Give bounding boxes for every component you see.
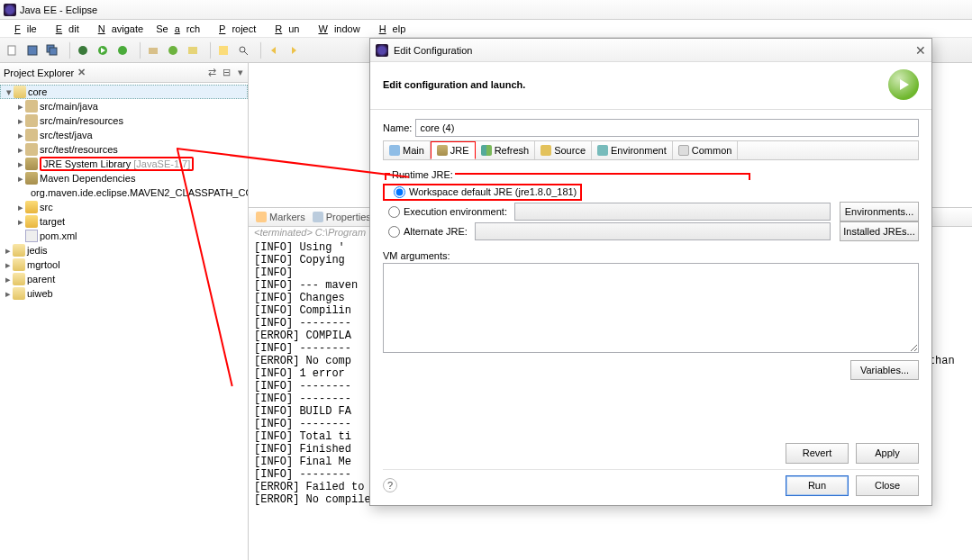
dialog-header: Edit configuration and launch. [370,62,931,110]
radio-exec-env[interactable] [388,206,400,218]
installed-jres-button[interactable]: Installed JREs... [840,221,919,241]
tab-main[interactable]: Main [384,141,431,159]
svg-point-9 [168,46,177,55]
tab-common[interactable]: Common [673,141,739,159]
close-button[interactable]: Close [856,475,919,496]
open-type-button[interactable] [214,41,232,59]
tree-project[interactable]: ▸mgrtool [0,257,248,272]
toolbar-sep3 [205,41,211,59]
save-button[interactable] [23,41,41,59]
menu-help[interactable]: Help [367,22,413,36]
run-button[interactable]: Run [786,475,849,496]
debug-button[interactable] [74,41,92,59]
variables-button[interactable]: Variables... [850,360,919,380]
tree-item[interactable]: ▸src/test/java [0,128,248,142]
close-icon[interactable]: ✕ [915,43,926,58]
svg-marker-16 [900,79,909,90]
nav-back-button[interactable] [265,41,283,59]
svg-rect-11 [219,46,228,55]
svg-marker-14 [271,47,276,54]
menu-edit[interactable]: Edit [43,22,86,36]
tree-item[interactable]: ▸src/main/java [0,99,248,113]
dialog-subtitle: Edit configuration and launch. [383,79,525,90]
edit-config-dialog: Edit Configuration ✕ Edit configuration … [369,38,932,506]
svg-point-7 [118,46,127,55]
toolbar-sep [65,41,70,59]
menu-search[interactable]: Search [150,22,206,36]
menu-window[interactable]: Window [305,22,366,36]
tree-item[interactable]: ▸src/main/resources [0,113,248,128]
tree-maven-dep[interactable]: ▸Maven Dependencies [0,171,248,185]
tree-target[interactable]: ▸target [0,214,248,229]
eclipse-icon [4,4,16,16]
tab-source[interactable]: Source [535,141,592,159]
new-class-button[interactable] [164,41,182,59]
project-explorer: Project Explorer ✕ ⇄ ⊟ ▾ ▾core ▸src/main… [0,63,249,560]
svg-rect-0 [8,46,15,55]
menu-file[interactable]: File [2,22,43,36]
apply-button[interactable]: Apply [856,443,919,464]
tree-pom[interactable]: pom.xml [0,229,248,243]
new-button[interactable] [4,41,22,59]
eclipse-icon [376,44,388,57]
exec-env-label: Execution environment: [404,206,507,217]
collapse-all-icon[interactable]: ⊟ [220,67,232,79]
window-title: Java EE - Eclipse [20,5,97,15]
tree-project-core[interactable]: ▾core [0,85,248,99]
alt-jre-label: Alternate JRE: [404,226,468,237]
nav-fwd-button[interactable] [285,41,303,59]
tab-markers[interactable]: Markers [256,212,305,222]
menu-navigate[interactable]: Navigate [86,22,150,36]
tree-project[interactable]: ▸parent [0,272,248,286]
tree-src[interactable]: ▸src [0,200,248,214]
run-icon [888,69,919,100]
exec-env-combo[interactable] [514,203,831,221]
runtime-jre-group: Runtime JRE: Workspace default JRE (jre1… [383,167,919,241]
name-input[interactable] [415,119,919,137]
dialog-title: Edit Configuration [394,45,472,56]
save-all-button[interactable] [43,41,61,59]
toolbar-sep4 [256,41,261,59]
svg-rect-1 [28,46,37,55]
run-button[interactable] [94,41,112,59]
vm-args-textarea[interactable] [383,263,919,353]
svg-rect-8 [149,48,158,54]
radio-workspace-default[interactable] [394,186,405,198]
tree-container[interactable]: org.maven.ide.eclipse.MAVEN2_CLASSPATH_C… [0,185,248,200]
workspace-default-label: Workspace default JRE (jre1.8.0_181) [409,186,577,197]
tab-jre[interactable]: JRE [431,141,476,159]
alt-jre-combo[interactable] [475,222,831,240]
svg-rect-10 [188,47,197,54]
menu-project[interactable]: Project [206,22,262,36]
view-active-mark: ✕ [77,67,86,78]
tab-properties[interactable]: Properties [313,212,371,222]
run-last-button[interactable] [114,41,132,59]
svg-marker-15 [292,47,296,54]
tree-project[interactable]: ▸jedis [0,243,248,257]
project-explorer-title: Project Explorer [4,68,74,78]
new-package-button[interactable] [144,41,162,59]
tab-environment[interactable]: Environment [592,141,673,159]
name-label: Name: [383,122,412,133]
svg-rect-3 [50,48,57,55]
revert-button[interactable]: Revert [786,443,849,464]
link-editor-icon[interactable]: ⇄ [205,67,218,79]
project-tree[interactable]: ▾core ▸src/main/java ▸src/main/resources… [0,83,248,303]
environments-button[interactable]: Environments... [840,202,919,221]
vm-args-label: VM arguments: [383,250,919,261]
dialog-title-bar[interactable]: Edit Configuration ✕ [370,39,931,62]
tree-jre-library[interactable]: ▸JRE System Library [JavaSE-1.7] [0,157,248,171]
dialog-footer: Revert Apply Run Close ? [370,430,931,505]
tab-refresh[interactable]: Refresh [476,141,536,159]
radio-alt-jre[interactable] [388,226,400,238]
toolbar-sep2 [135,41,141,59]
project-explorer-header: Project Explorer ✕ ⇄ ⊟ ▾ [0,63,248,83]
search-button[interactable] [234,41,252,59]
new-server-button[interactable] [184,41,202,59]
view-menu-icon[interactable]: ▾ [234,67,247,79]
menu-bar: File Edit Navigate Search Project Run Wi… [0,20,972,38]
svg-line-13 [244,51,248,55]
help-icon[interactable]: ? [383,478,397,492]
tree-item[interactable]: ▸src/test/resources [0,142,248,157]
menu-run[interactable]: Run [262,22,305,36]
